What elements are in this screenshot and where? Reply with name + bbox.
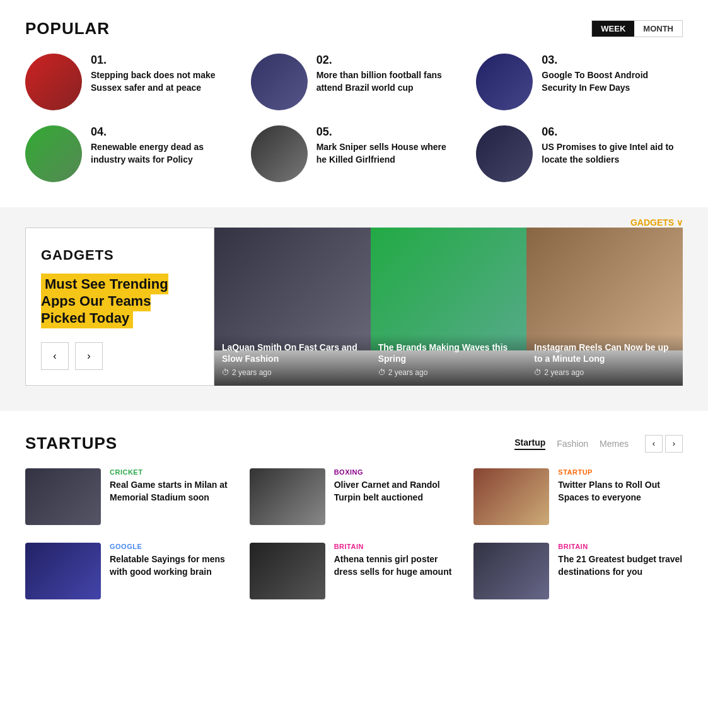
startup-headline: Relatable Sayings for mens with good wor…	[110, 553, 235, 578]
popular-item: 02. More than billion football fans atte…	[251, 54, 458, 110]
startup-category: BOXING	[334, 468, 459, 476]
popular-thumb	[25, 54, 82, 110]
popular-text: Stepping back does not make Sussex safer…	[91, 69, 232, 94]
startup-headline: Oliver Carnet and Randol Turpin belt auc…	[334, 479, 459, 504]
gadgets-card-time: ⏱ 2 years ago	[534, 368, 675, 377]
popular-thumb	[25, 125, 82, 182]
popular-section: POPULAR WEEK MONTH 01. Stepping back doe…	[0, 0, 708, 207]
startup-thumb	[250, 468, 325, 525]
startup-headline: Real Game starts in Milan at Memorial St…	[110, 479, 235, 504]
startups-title: STARTUPS	[25, 434, 117, 453]
tab-next-button[interactable]: ›	[665, 435, 683, 453]
gadgets-link[interactable]: GADGETS ∨	[630, 217, 683, 228]
startup-tab-fashion[interactable]: Fashion	[557, 439, 588, 449]
startup-item: BOXING Oliver Carnet and Randol Turpin b…	[250, 468, 459, 525]
gadgets-inner: GADGETS Must See Trending Apps Our Teams…	[0, 228, 708, 386]
startups-grid: CRICKET Real Game starts in Milan at Mem…	[25, 468, 683, 599]
startup-category: CRICKET	[110, 468, 235, 476]
startup-tab-memes[interactable]: Memes	[600, 439, 629, 449]
startup-item: CRICKET Real Game starts in Milan at Mem…	[25, 468, 235, 525]
gadgets-card-title: LaQuan Smith On Fast Cars and Slow Fashi…	[222, 342, 363, 364]
startup-category: BRITAIN	[334, 543, 459, 550]
gadgets-card[interactable]: The Brands Making Waves this Spring ⏱ 2 …	[371, 228, 527, 386]
gadgets-sidebar-title: GADGETS	[41, 247, 199, 263]
gadgets-prev-button[interactable]: ‹	[41, 342, 69, 370]
gadgets-card-bg	[526, 228, 683, 350]
gadgets-highlight-text: Must See Trending Apps Our Teams Picked …	[41, 274, 168, 328]
gadgets-card-time-text: 2 years ago	[232, 368, 272, 377]
gadgets-top-bar: GADGETS ∨	[0, 207, 708, 228]
startup-headline: Twitter Plans to Roll Out Spaces to ever…	[558, 479, 683, 504]
popular-item: 04. Renewable energy dead as industry wa…	[25, 125, 232, 182]
tab-arrows: ‹ ›	[645, 435, 683, 453]
popular-num: 02.	[316, 54, 458, 67]
popular-text: Mark Sniper sells House where he Killed …	[316, 141, 458, 166]
startup-thumb	[473, 543, 549, 599]
gadgets-next-button[interactable]: ›	[75, 342, 103, 370]
popular-thumb	[476, 125, 533, 182]
startup-item: BRITAIN The 21 Greatest budget travel de…	[473, 543, 683, 599]
clock-icon: ⏱	[222, 368, 229, 377]
clock-icon: ⏱	[534, 368, 542, 377]
gadgets-card-time: ⏱ 2 years ago	[222, 368, 363, 377]
gadgets-card-overlay: LaQuan Smith On Fast Cars and Slow Fashi…	[214, 334, 371, 386]
startup-thumb	[25, 543, 101, 599]
gadgets-card-time-text: 2 years ago	[388, 368, 428, 377]
startups-header: STARTUPS StartupFashionMemes ‹ ›	[25, 434, 683, 453]
startup-thumb	[473, 468, 549, 525]
popular-thumb	[476, 54, 533, 110]
clock-icon: ⏱	[378, 368, 386, 377]
popular-item: 01. Stepping back does not make Sussex s…	[25, 54, 232, 110]
popular-thumb	[251, 125, 308, 182]
week-month-toggle: WEEK MONTH	[591, 20, 683, 37]
startup-item: GOOGLE Relatable Sayings for mens with g…	[25, 543, 235, 599]
startup-category: GOOGLE	[110, 543, 235, 550]
gadgets-sidebar: GADGETS Must See Trending Apps Our Teams…	[25, 228, 214, 386]
popular-title: POPULAR	[25, 19, 110, 38]
startups-tabs: StartupFashionMemes ‹ ›	[514, 435, 683, 453]
popular-header: POPULAR WEEK MONTH	[25, 19, 683, 38]
gadgets-card-title: Instagram Reels Can Now be up to a Minut…	[534, 342, 675, 364]
popular-num: 05.	[316, 125, 458, 139]
gadgets-card-overlay: Instagram Reels Can Now be up to a Minut…	[526, 334, 683, 386]
popular-item: 06. US Promises to give Intel aid to loc…	[476, 125, 683, 182]
popular-text: Google To Boost Android Security In Few …	[542, 69, 683, 94]
gadgets-card-overlay: The Brands Making Waves this Spring ⏱ 2 …	[371, 334, 527, 386]
popular-grid: 01. Stepping back does not make Sussex s…	[25, 54, 683, 182]
gadgets-card-time-text: 2 years ago	[544, 368, 584, 377]
popular-text: Renewable energy dead as industry waits …	[91, 141, 232, 166]
startup-category: BRITAIN	[558, 543, 683, 550]
gadgets-highlight-wrap: Must See Trending Apps Our Teams Picked …	[41, 276, 199, 327]
startups-section: STARTUPS StartupFashionMemes ‹ › CRICKET…	[0, 411, 708, 625]
tab-prev-button[interactable]: ‹	[645, 435, 663, 453]
gadgets-card-bg	[214, 228, 371, 350]
startup-item: STARTUP Twitter Plans to Roll Out Spaces…	[473, 468, 683, 525]
popular-text: More than billion football fans attend B…	[316, 69, 458, 94]
gadgets-card-bg	[371, 228, 527, 350]
gadgets-card-time: ⏱ 2 years ago	[378, 368, 519, 377]
popular-num: 04.	[91, 125, 232, 139]
startup-tab-startup[interactable]: Startup	[514, 437, 545, 450]
gadgets-cards: LaQuan Smith On Fast Cars and Slow Fashi…	[214, 228, 683, 386]
popular-thumb	[251, 54, 308, 110]
gadgets-section: GADGETS ∨ GADGETS Must See Trending Apps…	[0, 207, 708, 411]
month-button[interactable]: MONTH	[634, 21, 682, 37]
gadgets-nav: ‹ ›	[41, 342, 199, 370]
popular-item: 03. Google To Boost Android Security In …	[476, 54, 683, 110]
gadgets-card[interactable]: Instagram Reels Can Now be up to a Minut…	[526, 228, 683, 386]
popular-item: 05. Mark Sniper sells House where he Kil…	[251, 125, 458, 182]
startup-thumb	[25, 468, 101, 525]
popular-text: US Promises to give Intel aid to locate …	[542, 141, 683, 166]
popular-num: 03.	[542, 54, 683, 67]
startup-headline: Athena tennis girl poster dress sells fo…	[334, 553, 459, 578]
gadgets-card-title: The Brands Making Waves this Spring	[378, 342, 519, 364]
week-button[interactable]: WEEK	[592, 21, 634, 37]
popular-num: 01.	[91, 54, 232, 67]
gadgets-card[interactable]: LaQuan Smith On Fast Cars and Slow Fashi…	[214, 228, 371, 386]
startup-thumb	[250, 543, 325, 599]
startup-item: BRITAIN Athena tennis girl poster dress …	[250, 543, 459, 599]
popular-num: 06.	[542, 125, 683, 139]
startup-headline: The 21 Greatest budget travel destinatio…	[558, 553, 683, 578]
startup-category: STARTUP	[558, 468, 683, 476]
